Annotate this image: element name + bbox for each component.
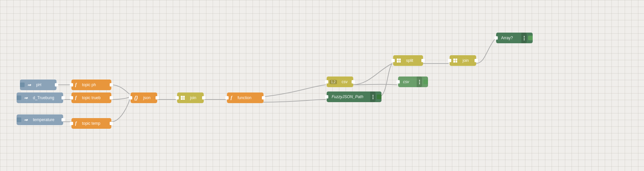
join2-port-left [448, 59, 451, 62]
csv2-label: csv [400, 80, 417, 84]
function1-port-left [225, 96, 229, 99]
temperature-arrow-icon: ⇒ [22, 117, 30, 122]
array-q-label: Array? [498, 36, 521, 40]
topic-trueb-label: topic trueb [79, 95, 110, 100]
topic-temp-node[interactable]: f topic temp [71, 118, 111, 129]
topic-temp-port-left [70, 122, 73, 125]
csv1-port-left [325, 80, 328, 84]
csv1-port-right [352, 80, 355, 84]
split1-port-left [391, 59, 395, 62]
csv2-node[interactable]: csv [398, 77, 428, 87]
csv2-menu-btn[interactable] [417, 77, 422, 87]
function1-label: function [234, 95, 262, 100]
temperature-label: temperature [30, 117, 61, 122]
fuzzyjson-menu-icon [373, 95, 374, 99]
array-q-port-left [494, 36, 498, 40]
join1-label: join [187, 95, 202, 100]
topic-trueb-port-right [110, 96, 113, 99]
topic-ph-port-left [70, 83, 73, 86]
array-q-menu-btn[interactable] [521, 33, 527, 43]
json-node[interactable]: {} json [131, 92, 157, 103]
join2-label: join [459, 58, 475, 63]
csv2-menu-icon [419, 80, 420, 84]
temperature-port-left [17, 117, 21, 122]
csv2-port-left [396, 80, 400, 84]
topic-ph-label: topic ph [79, 83, 110, 87]
json-port-right [156, 96, 159, 99]
function1-f-icon: f [229, 95, 234, 100]
json-label: json [140, 95, 156, 100]
array-q-menu-icon [524, 36, 525, 40]
fuzzyjson-label: FuzzyJSON_Path [328, 94, 370, 99]
temperature-input-node[interactable]: ⇒ temperature [17, 114, 63, 125]
split1-port-right [421, 59, 425, 62]
ph-input-node[interactable]: ⇒ pH [20, 80, 56, 90]
topic-temp-f-icon: f [73, 121, 79, 126]
function1-node[interactable]: f function [227, 92, 264, 103]
csv2-indicator [423, 80, 428, 84]
csv1-label: csv [338, 80, 352, 84]
d-truebung-input-node[interactable]: ⇒ d_Truebung [17, 92, 63, 103]
split1-grid-icon [397, 59, 401, 63]
array-q-node[interactable]: Array? [496, 33, 533, 43]
ph-port-right [55, 83, 58, 86]
d-truebung-arrow-icon: ⇒ [22, 95, 30, 100]
ph-arrow-icon: ⇒ [25, 83, 33, 87]
topic-ph-port-right [110, 83, 113, 86]
ph-label: pH [33, 83, 55, 87]
join2-node[interactable]: join [450, 55, 476, 66]
join1-node[interactable]: join [177, 92, 204, 103]
split1-node[interactable]: split [393, 55, 423, 66]
fuzzyjson-menu-btn[interactable] [370, 91, 376, 102]
join1-port-right [202, 96, 205, 99]
join2-grid-icon [453, 59, 457, 63]
topic-temp-label: topic temp [79, 121, 110, 126]
function1-port-right [262, 96, 265, 99]
join2-port-right [475, 59, 478, 62]
ph-port-left [20, 83, 25, 87]
d-truebung-label: d_Truebung [30, 95, 61, 100]
fuzzyjson-node[interactable]: FuzzyJSON_Path [327, 91, 381, 102]
topic-ph-f-icon: f [73, 82, 79, 87]
topic-trueb-port-left [70, 96, 73, 99]
csv1-badge: 1,2 [330, 80, 337, 84]
json-port-left [129, 96, 132, 99]
fuzzyjson-indicator [377, 94, 381, 99]
d-truebung-port-left [17, 95, 21, 100]
split1-label: split [403, 58, 421, 63]
fuzzyjson-port-left [325, 95, 328, 98]
topic-trueb-f-icon: f [73, 95, 79, 100]
json-curly-icon: {} [132, 95, 140, 100]
topic-ph-node[interactable]: f topic ph [71, 80, 111, 90]
topic-trueb-node[interactable]: f topic trueb [71, 92, 111, 103]
d-truebung-port-right [61, 96, 65, 99]
temperature-port-right [61, 118, 65, 121]
join1-grid-icon [181, 96, 185, 100]
topic-temp-port-right [110, 122, 113, 125]
join1-port-left [175, 96, 179, 99]
array-q-indicator [528, 36, 533, 40]
csv1-node[interactable]: 1,2 csv [327, 77, 353, 87]
